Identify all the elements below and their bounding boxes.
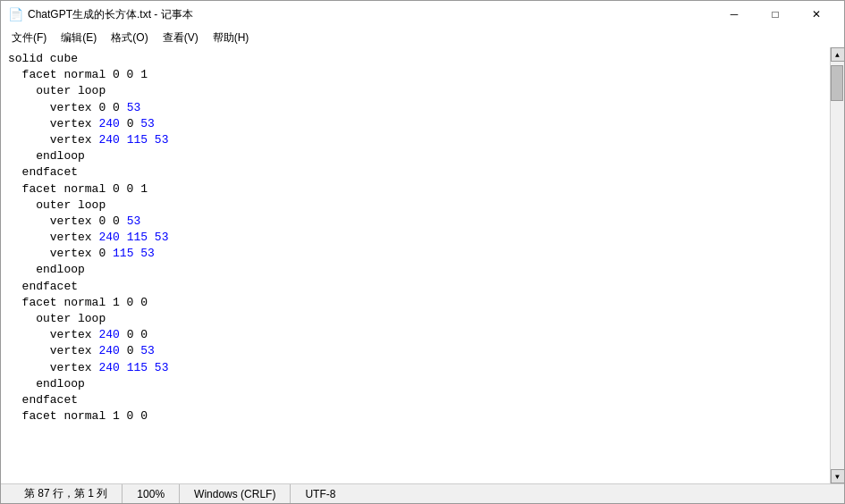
app-icon: 📄 [8,7,22,21]
scroll-down-button[interactable]: ▼ [831,469,845,483]
text-line: endfacet [8,164,823,181]
scroll-up-button[interactable]: ▲ [831,47,845,62]
menu-edit[interactable]: 编辑(E) [54,29,104,47]
notepad-window: 📄 ChatGPT生成的长方体.txt - 记事本 ─ □ ✕ 文件(F) 编辑… [0,0,845,504]
text-line: facet normal 1 0 0 [8,295,823,311]
vertical-scrollbar[interactable]: ▲ ▼ [830,47,844,483]
text-line: vertex 240 0 53 [8,343,823,359]
status-bar: 第 87 行，第 1 列 100% Windows (CRLF) UTF-8 [1,483,844,503]
text-line: vertex 240 115 53 [8,132,823,148]
window-title: ChatGPT生成的长方体.txt - 记事本 [28,7,193,22]
text-line: endloop [8,148,823,164]
text-line: endloop [8,262,823,278]
menu-help[interactable]: 帮助(H) [206,29,257,47]
text-line: outer loop [8,83,823,99]
editor-area: solid cube facet normal 0 0 1 outer loop… [1,47,844,483]
zoom-level: 100% [123,484,180,503]
text-line: facet normal 1 0 0 [8,408,823,424]
text-line: endfacet [8,392,823,408]
text-line: endloop [8,376,823,392]
text-line: vertex 0 115 53 [8,246,823,262]
cursor-position: 第 87 行，第 1 列 [10,484,123,503]
text-line: vertex 240 115 53 [8,230,823,246]
text-line: outer loop [8,311,823,327]
close-button[interactable]: ✕ [796,1,837,28]
menu-view[interactable]: 查看(V) [156,29,206,47]
text-line: vertex 0 0 53 [8,100,823,116]
title-bar: 📄 ChatGPT生成的长方体.txt - 记事本 ─ □ ✕ [1,1,844,28]
line-ending: Windows (CRLF) [180,484,291,503]
text-line: solid cube [8,51,823,67]
scroll-track[interactable] [831,62,844,469]
menu-bar: 文件(F) 编辑(E) 格式(O) 查看(V) 帮助(H) [1,28,844,47]
maximize-button[interactable]: □ [755,1,796,28]
menu-format[interactable]: 格式(O) [104,29,155,47]
text-line: endfacet [8,279,823,295]
scroll-thumb[interactable] [831,65,843,101]
text-line: vertex 240 0 0 [8,327,823,343]
text-line: outer loop [8,197,823,214]
text-line: vertex 240 0 53 [8,116,823,132]
menu-file[interactable]: 文件(F) [4,29,54,47]
text-editor[interactable]: solid cube facet normal 0 0 1 outer loop… [1,47,830,483]
text-line: vertex 240 115 53 [8,360,823,376]
text-line: facet normal 0 0 1 [8,67,823,83]
text-line: facet normal 0 0 1 [8,181,823,197]
minimize-button[interactable]: ─ [714,1,755,28]
title-bar-left: 📄 ChatGPT生成的长方体.txt - 记事本 [8,7,193,22]
text-line: vertex 0 0 53 [8,214,823,230]
window-controls: ─ □ ✕ [714,1,837,28]
encoding: UTF-8 [291,484,350,503]
